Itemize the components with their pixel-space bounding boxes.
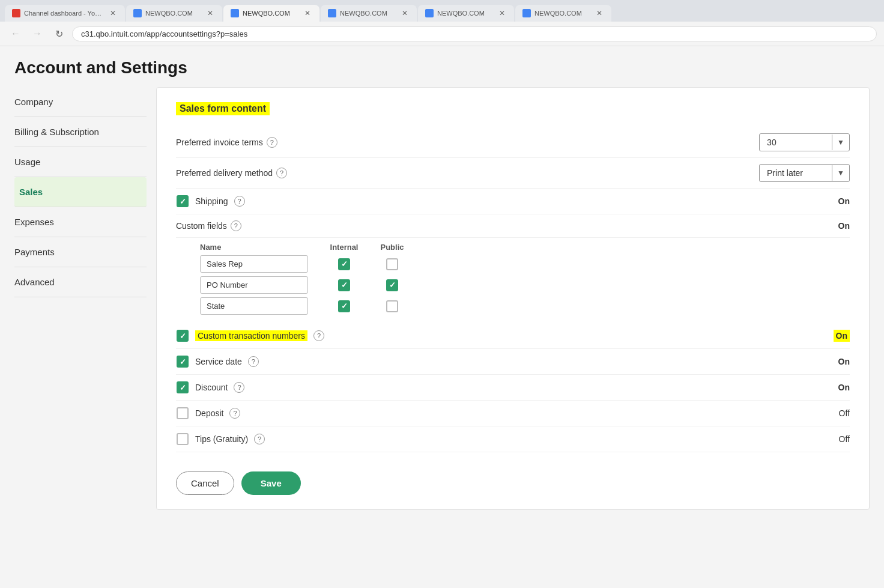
content-area: CompanyBilling & SubscriptionUsageSalesE… xyxy=(0,87,884,510)
cf-status: On xyxy=(838,221,850,231)
status-badge: On xyxy=(834,330,850,342)
sidebar-item-payments[interactable]: Payments xyxy=(14,237,147,267)
help-icon[interactable]: ? xyxy=(248,356,259,367)
sidebar-item-label: Company xyxy=(14,97,147,107)
checkbox-deposit[interactable] xyxy=(176,407,189,420)
dropdown-arrow-icon[interactable]: ▼ xyxy=(832,165,849,181)
section-title: Sales form content xyxy=(176,102,270,115)
browser-tab-tab1[interactable]: Channel dashboard - YouTube S...✕ xyxy=(5,5,125,22)
form-row-service_date: ✓Service date?On xyxy=(176,349,850,375)
cf-name-input-1[interactable] xyxy=(200,276,308,294)
control-right: Off xyxy=(839,408,850,418)
cancel-button[interactable]: Cancel xyxy=(176,471,234,495)
sidebar-item-expenses[interactable]: Expenses xyxy=(14,207,147,237)
sidebar-item-label: Expenses xyxy=(14,217,147,227)
status-badge: On xyxy=(838,221,850,231)
label-text: Custom fields xyxy=(176,221,227,231)
help-icon[interactable]: ? xyxy=(313,330,324,341)
sidebar: CompanyBilling & SubscriptionUsageSalesE… xyxy=(14,87,147,510)
address-input[interactable] xyxy=(72,26,877,41)
sidebar-item-company[interactable]: Company xyxy=(14,87,147,117)
dropdown-delivery_method[interactable]: Print later▼ xyxy=(759,164,850,182)
dropdown-invoice_terms[interactable]: 30▼ xyxy=(759,133,850,151)
page-title: Account and Settings xyxy=(0,46,884,87)
sidebar-item-advanced[interactable]: Advanced xyxy=(14,267,147,297)
tab-close-button[interactable]: ✕ xyxy=(108,8,118,18)
form-label-delivery_method: Preferred delivery method? xyxy=(176,168,759,178)
back-button[interactable]: ← xyxy=(7,25,24,42)
help-icon[interactable]: ? xyxy=(229,408,240,419)
control-right: On xyxy=(838,357,850,366)
label-text: Service date xyxy=(195,357,242,366)
label-text: Discount xyxy=(195,383,228,392)
status-badge: On xyxy=(838,196,850,206)
form-label-discount: ✓Discount? xyxy=(176,381,838,394)
tab-close-button[interactable]: ✕ xyxy=(205,8,215,18)
control-right: On xyxy=(838,196,850,206)
tab-close-button[interactable]: ✕ xyxy=(497,8,507,18)
browser-tab-tab6[interactable]: NEWQBO.COM✕ xyxy=(515,5,611,22)
status-badge: Off xyxy=(839,434,850,444)
cf-internal-checkbox-2[interactable]: ✓ xyxy=(338,300,351,313)
tab-close-button[interactable]: ✕ xyxy=(595,8,604,18)
cf-row-1: ✓✓ xyxy=(200,276,850,294)
checkbox-shipping[interactable]: ✓ xyxy=(176,195,189,208)
help-icon[interactable]: ? xyxy=(234,196,245,207)
dropdown-value: 30 xyxy=(760,134,832,151)
label-text: Tips (Gratuity) xyxy=(195,434,248,444)
sidebar-item-usage[interactable]: Usage xyxy=(14,147,147,177)
control-right: Off xyxy=(839,434,850,444)
tab-favicon xyxy=(522,9,531,17)
sidebar-item-sales[interactable]: Sales xyxy=(14,177,147,207)
cf-name-input-2[interactable] xyxy=(200,297,308,315)
checkbox-discount[interactable]: ✓ xyxy=(176,381,189,394)
browser-chrome: Channel dashboard - YouTube S...✕NEWQBO.… xyxy=(0,0,884,22)
label-text: Preferred delivery method xyxy=(176,168,273,178)
sidebar-item-label: Usage xyxy=(14,157,147,167)
cf-internal-checkbox-0[interactable]: ✓ xyxy=(338,258,351,271)
browser-tab-tab5[interactable]: NEWQBO.COM✕ xyxy=(418,5,514,22)
label-text: Deposit xyxy=(195,408,223,418)
forward-button[interactable]: → xyxy=(29,25,46,42)
checkbox-custom_transaction[interactable]: ✓ xyxy=(176,329,189,342)
sidebar-item-label: Payments xyxy=(14,247,147,257)
tab-close-button[interactable]: ✕ xyxy=(303,8,312,18)
tab-favicon xyxy=(425,9,434,17)
help-icon[interactable]: ? xyxy=(267,137,277,148)
help-icon[interactable]: ? xyxy=(234,382,244,393)
label-text: Custom transaction numbers xyxy=(195,330,307,341)
custom-fields-table: NameInternalPublic✓✓✓✓ xyxy=(176,238,850,323)
help-icon[interactable]: ? xyxy=(231,220,241,231)
main-content: Sales form contentPreferred invoice term… xyxy=(156,87,870,510)
checkbox-service_date[interactable]: ✓ xyxy=(176,355,189,368)
browser-tab-tab4[interactable]: NEWQBO.COM✕ xyxy=(321,5,417,22)
cf-public-checkbox-1[interactable]: ✓ xyxy=(386,279,399,292)
browser-tab-tab2[interactable]: NEWQBO.COM✕ xyxy=(126,5,222,22)
dropdown-arrow-icon[interactable]: ▼ xyxy=(832,135,849,150)
form-label-invoice_terms: Preferred invoice terms? xyxy=(176,137,759,148)
status-badge: On xyxy=(838,357,850,366)
status-badge: On xyxy=(838,383,850,392)
sidebar-item-billing[interactable]: Billing & Subscription xyxy=(14,117,147,147)
save-button[interactable]: Save xyxy=(241,471,301,495)
form-label-custom_transaction: ✓Custom transaction numbers? xyxy=(176,329,834,342)
reload-button[interactable]: ↻ xyxy=(50,25,67,42)
cf-public-checkbox-0[interactable] xyxy=(386,258,399,271)
form-label-tips: Tips (Gratuity)? xyxy=(176,432,839,446)
control-right: 30▼ xyxy=(759,133,850,151)
help-icon[interactable]: ? xyxy=(254,434,265,444)
status-badge: Off xyxy=(839,408,850,418)
sidebar-item-label: Sales xyxy=(19,187,147,197)
checkbox-tips[interactable] xyxy=(176,432,189,446)
tab-close-button[interactable]: ✕ xyxy=(400,8,410,18)
tab-title: NEWQBO.COM xyxy=(243,10,299,17)
cf-name-input-0[interactable] xyxy=(200,255,308,273)
cf-internal-checkbox-1[interactable]: ✓ xyxy=(338,279,351,292)
label-text: Shipping xyxy=(195,196,228,206)
browser-tab-tab3[interactable]: NEWQBO.COM✕ xyxy=(223,5,319,22)
tab-title: NEWQBO.COM xyxy=(340,10,396,17)
cf-public-checkbox-2[interactable] xyxy=(386,300,399,313)
form-row-custom_transaction: ✓Custom transaction numbers?On xyxy=(176,323,850,349)
tab-favicon xyxy=(133,9,142,17)
help-icon[interactable]: ? xyxy=(276,168,287,178)
